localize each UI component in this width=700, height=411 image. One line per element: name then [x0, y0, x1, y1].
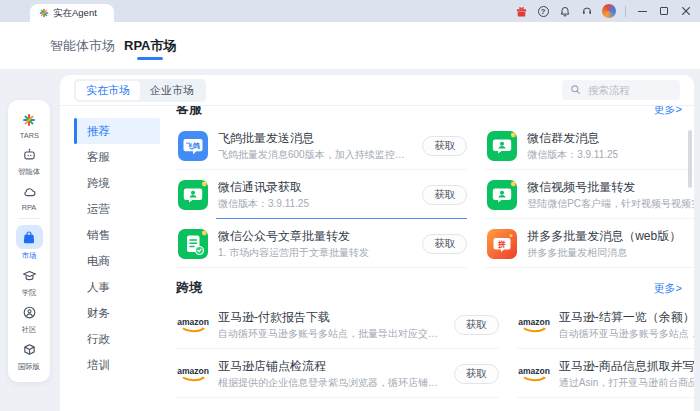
bell-icon[interactable]: [557, 3, 573, 19]
category-行政[interactable]: 行政: [74, 326, 160, 352]
svg-text:飞鸽: 飞鸽: [185, 142, 200, 150]
close-button[interactable]: [678, 3, 694, 19]
card-text: 拼多多批量发消息（web版） 拼多多批量发相同消息: [527, 229, 694, 259]
sidebar-item-agent[interactable]: 智能体: [16, 144, 43, 177]
card-title: 微信群发消息: [527, 131, 694, 146]
flow-card: amazon 亚马逊店铺点检流程 根据提供的企业信息登录紫鸟浏览器，循环店铺及站…: [176, 349, 499, 398]
amazon-icon: amazon: [176, 311, 210, 339]
flow-card: 微信公众号文章批量转发 1. 市场内容运营用于文章批量转发 获取: [176, 219, 467, 268]
get-button[interactable]: 获取: [422, 234, 467, 254]
category-客服[interactable]: 客服: [74, 144, 160, 170]
get-button[interactable]: 获取: [422, 185, 467, 205]
sidebar-item-tars[interactable]: TARS: [16, 109, 43, 140]
toggle-enterprise-market[interactable]: 企业市场: [140, 81, 204, 100]
gift-icon[interactable]: [513, 3, 529, 19]
card-desc: 微信版本：3.9.11.25: [527, 148, 694, 161]
section-title: 客服: [176, 106, 202, 118]
more-link[interactable]: 更多>: [654, 106, 682, 117]
card-text: 亚马逊-结算一览（余额）截图 自动循环亚马逊多账号多站点，批量截图结算一览页面: [559, 310, 694, 340]
category-财务[interactable]: 财务: [74, 300, 160, 326]
sidebar-item-community[interactable]: 社区: [16, 302, 43, 335]
card-desc: 根据提供的企业信息登录紫鸟浏览器，循环店铺及站...: [218, 376, 446, 389]
sidebar-item-rpa[interactable]: RPA: [16, 181, 43, 212]
app-window-tab[interactable]: 实在Agent: [30, 4, 114, 22]
search-input[interactable]: [586, 83, 672, 97]
card-text: 亚马逊-付款报告下载 自动循环亚马逊多账号多站点，批量导出对应交易类...: [218, 310, 454, 340]
market-panel-header: 实在市场 企业市场: [60, 75, 694, 106]
card-desc: 拼多多批量发相同消息: [527, 246, 694, 259]
amazon-icon: amazon: [517, 360, 551, 388]
card-title: 拼多多批量发消息（web版）: [527, 229, 694, 244]
category-运营[interactable]: 运营: [74, 196, 160, 222]
category-推荐[interactable]: 推荐: [74, 118, 160, 144]
wechat-chat-icon: [485, 180, 519, 210]
category-list: 推荐客服跨境运营销售电商人事财务行政培训: [60, 106, 160, 410]
sidebar-item-academy[interactable]: 学院: [16, 265, 43, 298]
support-headset-icon[interactable]: [579, 3, 595, 19]
svg-text:amazon: amazon: [518, 317, 550, 327]
help-icon[interactable]: ?: [535, 3, 551, 19]
card-text: 微信通讯录获取 微信版本：3.9.11.25: [218, 180, 422, 210]
card-desc: 飞鸽批量发消息600版本，加入持续监控功能。: [218, 148, 414, 161]
sidebar-divider: [18, 218, 40, 219]
tab-rpa-market[interactable]: RPA市场: [124, 22, 176, 69]
card-title: 微信公众号文章批量转发: [218, 229, 414, 244]
search-icon: [570, 81, 581, 99]
get-button[interactable]: 获取: [454, 364, 499, 384]
flow-card: 微信群发消息 微信版本：3.9.11.25 获取: [485, 121, 694, 170]
sidebar-item-market[interactable]: 市场: [16, 225, 43, 261]
sidebar-item-intl[interactable]: 国际版: [16, 339, 43, 372]
app-header: 智能体市场 RPA市场: [0, 22, 700, 69]
card-text: 亚马逊-商品信息抓取并写入钉钉多维表 通过Asin，打开亚马逊前台商品页面，筛选…: [559, 359, 694, 389]
category-培训[interactable]: 培训: [74, 352, 160, 378]
search-box[interactable]: [562, 80, 680, 100]
sidebar-item-label: RPA: [22, 203, 37, 211]
card-text: 微信视频号批量转发 登陆微信PC客户端，针对视频号视频实现批量转发至...: [527, 180, 694, 210]
svg-text:amazon: amazon: [177, 366, 209, 376]
card-text: 亚马逊店铺点检流程 根据提供的企业信息登录紫鸟浏览器，循环店铺及站...: [218, 359, 454, 389]
titlebar-divider: [625, 6, 626, 17]
category-销售[interactable]: 销售: [74, 222, 160, 248]
more-link[interactable]: 更多>: [654, 281, 682, 296]
category-人事[interactable]: 人事: [74, 274, 160, 300]
wechat-chat-icon: [176, 180, 210, 210]
minimize-button[interactable]: [634, 3, 650, 19]
svg-text:amazon: amazon: [518, 366, 550, 376]
user-avatar[interactable]: [601, 3, 617, 19]
card-text: 飞鸽批量发送消息 飞鸽批量发消息600版本，加入持续监控功能。: [218, 131, 422, 161]
svg-text:amazon: amazon: [177, 317, 209, 327]
category-电商[interactable]: 电商: [74, 248, 160, 274]
card-desc: 自动循环亚马逊多账号多站点，批量截图结算一览页面: [559, 327, 694, 340]
section-header: 客服 更多>: [176, 106, 682, 119]
card-title: 亚马逊-结算一览（余额）截图: [559, 310, 694, 325]
amazon-icon: amazon: [176, 360, 210, 388]
scrollbar-thumb[interactable]: [688, 130, 692, 188]
card-title: 亚马逊-商品信息抓取并写入钉钉多维表: [559, 359, 694, 374]
get-button[interactable]: 获取: [422, 136, 467, 156]
market-toggle: 实在市场 企业市场: [74, 79, 206, 102]
graduation-cap-icon: [16, 265, 43, 286]
card-title: 飞鸽批量发送消息: [218, 131, 414, 146]
card-grid: 飞鸽 飞鸽批量发送消息 飞鸽批量发消息600版本，加入持续监控功能。 获取 微信…: [176, 121, 684, 268]
flow-card: 拼 拼多多批量发消息（web版） 拼多多批量发相同消息 获取: [485, 219, 694, 268]
category-跨境[interactable]: 跨境: [74, 170, 160, 196]
sidebar-item-label: 智能体: [18, 166, 40, 176]
sidebar-item-label: 国际版: [18, 361, 40, 371]
app-logo-icon: [39, 4, 49, 22]
card-text: 微信公众号文章批量转发 1. 市场内容运营用于文章批量转发: [218, 229, 422, 259]
cloud-icon: [16, 181, 43, 202]
flow-card: amazon 亚马逊-付款报告下载 自动循环亚马逊多账号多站点，批量导出对应交易…: [176, 300, 499, 349]
tars-logo-icon: [16, 109, 43, 130]
amazon-icon: amazon: [517, 311, 551, 339]
sidebar-item-label: 学院: [22, 287, 37, 297]
toggle-shizai-market[interactable]: 实在市场: [76, 81, 140, 100]
get-button[interactable]: 获取: [454, 315, 499, 335]
card-grid: amazon 亚马逊-付款报告下载 自动循环亚马逊多账号多站点，批量导出对应交易…: [176, 300, 684, 398]
card-desc: 自动循环亚马逊多账号多站点，批量导出对应交易类...: [218, 327, 446, 340]
tab-agent-market[interactable]: 智能体市场: [50, 22, 115, 69]
svg-text:拼: 拼: [497, 239, 506, 248]
pdd-chat-icon: 拼: [485, 229, 519, 259]
flow-card: amazon 亚马逊-商品信息抓取并写入钉钉多维表 通过Asin，打开亚马逊前台…: [517, 349, 694, 398]
maximize-button[interactable]: [656, 3, 672, 19]
robot-icon: [16, 144, 43, 165]
